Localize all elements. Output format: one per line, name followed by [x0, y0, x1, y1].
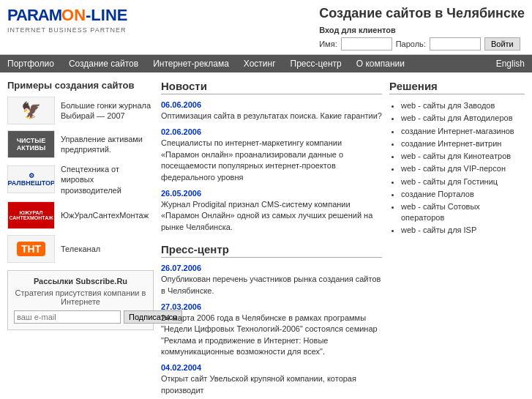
list-item: ⚙ УРАЛВНЕШТОРГ Спецтехника от мировых пр…	[7, 164, 154, 195]
solution-link-9[interactable]: web - сайты для ISP	[401, 225, 476, 234]
solution-link-4[interactable]: web - сайты для Кинотеатров	[401, 152, 511, 160]
press-date-2: 04.02.2004	[161, 363, 382, 372]
list-item: web - сайты для ISP	[401, 225, 525, 235]
news-section: Новости 06.06.2006 Оптимизация сайта в р…	[161, 80, 382, 233]
press-item-2: 04.02.2004 Открыт сайт Увельской крупяно…	[161, 363, 382, 396]
list-item: ЧИСТЫЕАКТИВЫ Управление активами предпри…	[7, 130, 154, 158]
nav-item-press[interactable]: Пресс-центр	[283, 55, 349, 72]
site-title: Создание сайтов в Челябинске	[319, 6, 525, 21]
news-text-0: Оптимизация сайта в результатах поиска. …	[161, 111, 382, 122]
news-date-0: 06.06.2006	[161, 100, 382, 109]
solutions-list: web - сайты для Заводов web - сайты для …	[389, 100, 525, 235]
press-text-2: Открыт сайт Увельской крупяной компании,…	[161, 373, 382, 396]
logo-param-text: PARAM	[7, 6, 61, 25]
solution-link-6[interactable]: web - сайты для Гостиниц	[401, 177, 498, 186]
yuzh-label: ЮЖУРАЛСАНТЕХМОНТАЖ	[9, 203, 53, 228]
press-item-0: 26.07.2006 Опубликован перечень участник…	[161, 264, 382, 297]
list-item: web - сайты для Автодилеров	[401, 113, 525, 123]
main-content: Примеры создания сайтов 🦅 Большие гонки …	[0, 72, 532, 399]
example-text-0: Большие гонки журнала Выбирай — 2007	[61, 100, 154, 122]
news-date-2: 26.05.2006	[161, 189, 382, 198]
solutions-title: Решения	[389, 80, 525, 94]
subscribe-title: Рассылки Subscribe.Ru	[14, 277, 147, 286]
news-title: Новости	[161, 80, 382, 94]
right-column: Решения web - сайты для Заводов web - са…	[389, 80, 525, 399]
news-date-1: 02.06.2006	[161, 127, 382, 136]
header: PARAMON-LINE INTERNET BUSINESS PARTNER С…	[0, 0, 532, 55]
tnt-label: ТНТ	[17, 242, 45, 256]
middle-column: Новости 06.06.2006 Оптимизация сайта в р…	[161, 80, 382, 399]
example-logo-3: ЮЖУРАЛСАНТЕХМОНТАЖ	[7, 201, 55, 229]
example-text-2: Спецтехника от мировых производителей	[61, 164, 154, 195]
example-text-3: ЮжУралСантехМонтаж	[61, 210, 149, 220]
example-logo-0: 🦅	[7, 97, 55, 124]
solution-link-5[interactable]: web - сайты для VIP-персон	[401, 164, 506, 173]
password-label: Пароль:	[396, 40, 426, 48]
example-logo-2: ⚙ УРАЛВНЕШТОРГ	[7, 165, 55, 193]
logo-line-text: -LINE	[86, 6, 127, 25]
list-item: web - сайты для Заводов	[401, 100, 525, 111]
nav-item-hosting[interactable]: Хостинг	[236, 55, 283, 72]
list-item: web - сайты для VIP-персон	[401, 163, 525, 174]
subscribe-desc: Стратегия присутствия компании в Интерне…	[14, 288, 147, 306]
logo-tagline: INTERNET BUSINESS PARTNER	[7, 26, 127, 34]
solution-link-2[interactable]: создание Интернет-магазинов	[401, 127, 514, 135]
solution-link-0[interactable]: web - сайты для Заводов	[401, 101, 495, 110]
news-text-2: Журнал Prodigital признал CMS-систему ко…	[161, 199, 382, 233]
username-input[interactable]	[341, 37, 392, 51]
press-item-1: 27.03.2006 24 марта 2006 года в Челябинс…	[161, 302, 382, 358]
uralneshtorg-label: ⚙ УРАЛВНЕШТОРГ	[7, 172, 55, 187]
example-logo-4: ТНТ	[7, 235, 55, 263]
list-item: создание Интернет-магазинов	[401, 126, 525, 136]
list-item: web - сайты Сотовых операторов	[401, 201, 525, 223]
subscribe-form: Подписаться	[14, 310, 147, 324]
login-button[interactable]: Войти	[484, 37, 520, 51]
press-section: Пресс-центр 26.07.2006 Опубликован переч…	[161, 243, 382, 396]
example-text-4: Телеканал	[61, 244, 100, 254]
list-item: создание Порталов	[401, 189, 525, 199]
list-item: web - сайты для Кинотеатров	[401, 151, 525, 161]
chistye-label: ЧИСТЫЕАКТИВЫ	[17, 137, 46, 152]
subscribe-email-input[interactable]	[14, 310, 121, 324]
logo-on-text: ON	[61, 6, 86, 25]
list-item: 🦅 Большие гонки журнала Выбирай — 2007	[7, 97, 154, 124]
press-text-0: Опубликован перечень участников рынка со…	[161, 274, 382, 297]
header-right: Создание сайтов в Челябинске Вход для кл…	[319, 6, 525, 51]
list-item: создание Интернет-витрин	[401, 138, 525, 149]
news-text-1: Специалисты по интернет-маркетингу компа…	[161, 138, 382, 183]
press-date-1: 27.03.2006	[161, 302, 382, 311]
logo-area: PARAMON-LINE INTERNET BUSINESS PARTNER	[7, 6, 127, 34]
example-text-1: Управление активами предприятий.	[61, 134, 154, 155]
list-item: ЮЖУРАЛСАНТЕХМОНТАЖ ЮжУралСантехМонтаж	[7, 201, 154, 229]
press-title: Пресс-центр	[161, 243, 382, 258]
press-text-1: 24 марта 2006 года в Челябинске в рамках…	[161, 313, 382, 358]
nav-item-about[interactable]: О компании	[349, 55, 412, 72]
list-item: ТНТ Телеканал	[7, 235, 154, 263]
nav-item-ads[interactable]: Интернет-реклама	[146, 55, 236, 72]
password-input[interactable]	[430, 37, 481, 51]
solution-link-3[interactable]: создание Интернет-витрин	[401, 139, 501, 148]
solution-link-1[interactable]: web - сайты для Автодилеров	[401, 113, 512, 122]
nav-item-create-sites[interactable]: Создание сайтов	[61, 55, 146, 72]
nav-item-portfolio[interactable]: Портфолио	[0, 55, 61, 72]
eagle-icon: 🦅	[21, 101, 41, 120]
list-item: web - сайты для Гостиниц	[401, 176, 525, 187]
subscribe-box: Рассылки Subscribe.Ru Стратегия присутст…	[7, 270, 154, 330]
solution-link-7[interactable]: создание Порталов	[401, 190, 474, 198]
name-label: Имя:	[319, 40, 337, 48]
login-area: Имя: Пароль: Войти	[319, 37, 525, 51]
language-switcher[interactable]: English	[489, 55, 532, 72]
login-section-label: Вход для клиентов	[319, 26, 525, 34]
solution-link-8[interactable]: web - сайты Сотовых операторов	[401, 202, 480, 221]
press-date-0: 26.07.2006	[161, 264, 382, 272]
logo: PARAMON-LINE	[7, 6, 127, 25]
navigation: Портфолио Создание сайтов Интернет-рекла…	[0, 55, 532, 72]
example-logo-1: ЧИСТЫЕАКТИВЫ	[7, 130, 55, 158]
news-item-2: 26.05.2006 Журнал Prodigital признал CMS…	[161, 189, 382, 233]
left-column: Примеры создания сайтов 🦅 Большие гонки …	[7, 80, 154, 399]
news-item-1: 02.06.2006 Специалисты по интернет-марке…	[161, 127, 382, 183]
examples-title: Примеры создания сайтов	[7, 80, 154, 91]
news-item-0: 06.06.2006 Оптимизация сайта в результат…	[161, 100, 382, 122]
